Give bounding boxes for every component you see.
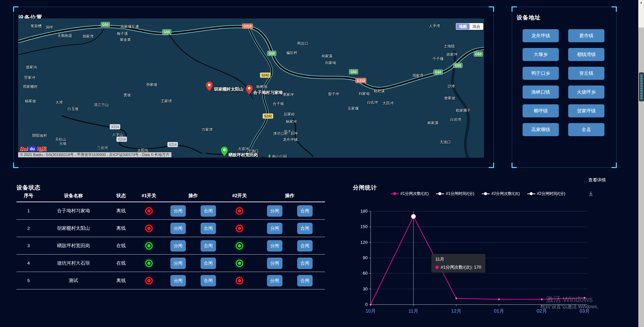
svg-text:11月: 11月 — [409, 308, 419, 314]
view-details-link[interactable]: 查看详情 — [588, 177, 606, 183]
road-badge-G318: G318 — [242, 24, 253, 29]
baidu-logo[interactable]: Bai du 地图 — [19, 145, 46, 153]
legend-item-#1分闸时间/(分)[interactable]: #1分闸时间/(分) — [436, 191, 474, 197]
device-row-晒鼓坪村荒田岗: 3晒鼓坪村荒田岗在线分闸合闸分闸合闸 — [16, 237, 325, 255]
sc rollbar-thumb[interactable] — [639, 72, 644, 101]
address-button-龙舟坪镇[interactable]: 龙舟坪镇 — [523, 29, 559, 42]
status-header-cell: 设备名称 — [41, 193, 106, 199]
switch2-indicator-cell — [224, 260, 255, 267]
map-place-label: 笔架槽 — [31, 23, 42, 29]
address-button-都镇湾镇[interactable]: 都镇湾镇 — [568, 48, 604, 61]
close-switch-button-sw2[interactable]: 合闸 — [297, 223, 313, 234]
close-switch-button-sw2[interactable]: 合闸 — [297, 205, 313, 217]
map-place-label: 天池口 — [440, 140, 451, 145]
address-button-大堰乡[interactable]: 大堰乡 — [523, 48, 559, 61]
scrollbar-up-arrow[interactable]: ▲ — [638, 1, 644, 4]
open-switch-button-sw2[interactable]: 分闸 — [267, 240, 282, 252]
close-switch-button-sw1[interactable]: 合闸 — [201, 275, 216, 286]
operation-cell: 分闸合闸 — [162, 275, 224, 286]
open-switch-button-sw2[interactable]: 分闸 — [267, 223, 282, 234]
open-switch-button-sw2[interactable]: 分闸 — [267, 258, 282, 269]
close-switch-button-sw1[interactable]: 合闸 — [201, 223, 216, 234]
map-place-label: 沙湾 — [447, 84, 455, 89]
address-button-榔坪镇[interactable]: 榔坪镇 — [523, 104, 559, 117]
map-attribution: © 2021 Baidu - GS(2019)5218号 - 甲测资字11009… — [18, 152, 171, 157]
map-place-label: 杨家河 — [286, 119, 297, 124]
svg-text:01月: 01月 — [494, 308, 504, 314]
legend-item-#2分闸次数/(次)[interactable]: #2分闸次数/(次) — [482, 191, 520, 197]
device-name: 测试 — [41, 278, 106, 284]
dashboard: 设备位置 笔架槽洞坪天鹅抱蛋胡家湾高家堰互通梅子溪紫金寨渡家沟官家冲邓家棚村杨家… — [0, 0, 644, 327]
scrollbar-track-top — [638, 0, 644, 28]
chart-section-title: 分闸统计 — [353, 184, 377, 192]
page-scrollbar[interactable]: ▲ — [638, 0, 644, 327]
switch2-indicator-cell — [224, 207, 255, 215]
road-badge-G318: G318 — [356, 78, 366, 83]
map-place-label: 吴家堰 — [347, 106, 359, 111]
legend-item-#1分闸次数/(次)[interactable]: #1分闸次数/(次) — [391, 191, 429, 197]
close-switch-button-sw2[interactable]: 合闸 — [297, 240, 313, 252]
map-place-label: 何家溪 — [321, 54, 332, 59]
address-panel-title: 设备地址 — [517, 14, 541, 21]
map-place-label: 干子堰 — [432, 56, 443, 61]
close-switch-button-sw1[interactable]: 合闸 — [201, 205, 216, 217]
open-switch-button-sw1[interactable]: 分闸 — [170, 205, 186, 217]
status-header-cell: 操作 — [162, 193, 224, 199]
device-status: 离线 — [106, 278, 136, 284]
tooltip-month: 11月 — [435, 256, 481, 262]
close-switch-button-sw1[interactable]: 合闸 — [201, 240, 216, 252]
switch2-indicator-green — [236, 242, 243, 250]
operation-cell: 分闸合闸 — [255, 275, 325, 286]
open-switch-button-sw1[interactable]: 分闸 — [170, 275, 186, 286]
legend-label: #2分闸次数/(次) — [491, 191, 520, 197]
svg-text:120: 120 — [361, 240, 368, 245]
chart-tooltip: 11月 #1分闸次数/(次): 170 — [431, 254, 485, 273]
device-index: 5 — [16, 278, 41, 283]
switch1-indicator-cell — [136, 225, 162, 232]
device-row-合子坳村习家坳: 1合子坳村习家坳离线分闸合闸分闸合闸 — [16, 202, 325, 220]
device-status: 在线 — [106, 260, 136, 266]
panel-corner — [13, 163, 18, 168]
panel-corner — [13, 6, 18, 12]
map-pin-合子坳村习家坳[interactable] — [246, 85, 253, 95]
address-button-资丘镇[interactable]: 资丘镇 — [568, 67, 604, 80]
map-place-label: 曾家坡 — [444, 96, 455, 101]
legend-marker — [482, 194, 490, 194]
map-type-map-option[interactable]: 地图 — [456, 23, 470, 30]
address-button-鸭子口乡[interactable]: 鸭子口乡 — [523, 67, 559, 80]
panel-corner — [512, 6, 517, 12]
address-button-贺家坪镇[interactable]: 贺家坪镇 — [568, 104, 604, 117]
device-location-panel: 设备位置 笔架槽洞坪天鹅抱蛋胡家湾高家堰互通梅子溪紫金寨渡家沟官家冲邓家棚村杨家… — [13, 7, 494, 168]
map-type-hybrid-option[interactable]: 混合 — [470, 23, 483, 30]
svg-text:150: 150 — [361, 224, 368, 229]
legend-marker — [436, 194, 444, 194]
map-pin-胡家棚村太阳山[interactable] — [206, 81, 213, 91]
close-switch-button-sw2[interactable]: 合闸 — [297, 275, 313, 286]
status-table: 序号设备名称状态#1开关操作#2开关操作 1合子坳村习家坳离线分闸合闸分闸合闸2… — [16, 190, 325, 289]
map-pin-晒鼓坪村荒田岗[interactable] — [221, 147, 228, 156]
address-button-渔峡口镇[interactable]: 渔峡口镇 — [523, 86, 559, 99]
tooltip-entry: #1分闸次数/(次): 170 — [441, 264, 481, 270]
open-switch-button-sw1[interactable]: 分闸 — [170, 223, 186, 234]
baidu-map[interactable]: 笔架槽洞坪天鹅抱蛋胡家湾高家堰互通梅子溪紫金寨渡家沟官家冲邓家棚村杨家坡大湾白玉… — [18, 18, 484, 158]
address-button-磨市镇[interactable]: 磨市镇 — [568, 29, 604, 42]
tooltip-series-dot — [435, 266, 439, 269]
map-place-label: 大湾 — [55, 100, 63, 105]
address-button-全县[interactable]: 全县 — [568, 123, 604, 136]
close-switch-button-sw2[interactable]: 合闸 — [297, 258, 313, 269]
open-switch-button-sw2[interactable]: 分闸 — [267, 205, 282, 217]
open-switch-button-sw1[interactable]: 分闸 — [170, 240, 186, 252]
switch1-indicator-cell — [136, 207, 162, 215]
map-place-label: 三岔河 — [97, 145, 108, 150]
open-switch-button-sw1[interactable]: 分闸 — [170, 258, 186, 269]
svg-text:180: 180 — [361, 209, 368, 214]
address-button-高家堰镇[interactable]: 高家堰镇 — [523, 123, 559, 136]
close-switch-button-sw1[interactable]: 合闸 — [201, 258, 216, 269]
map-type-toggle: 地图 混合 — [456, 23, 483, 30]
legend-marker — [391, 194, 399, 194]
legend-item-#2分闸时间/(分)[interactable]: #2分闸时间/(分) — [527, 191, 566, 197]
open-switch-button-sw2[interactable]: 分闸 — [267, 275, 282, 286]
status-header-cell: 状态 — [106, 193, 136, 199]
address-button-火烧坪乡[interactable]: 火烧坪乡 — [568, 86, 604, 99]
device-index: 1 — [16, 208, 41, 213]
